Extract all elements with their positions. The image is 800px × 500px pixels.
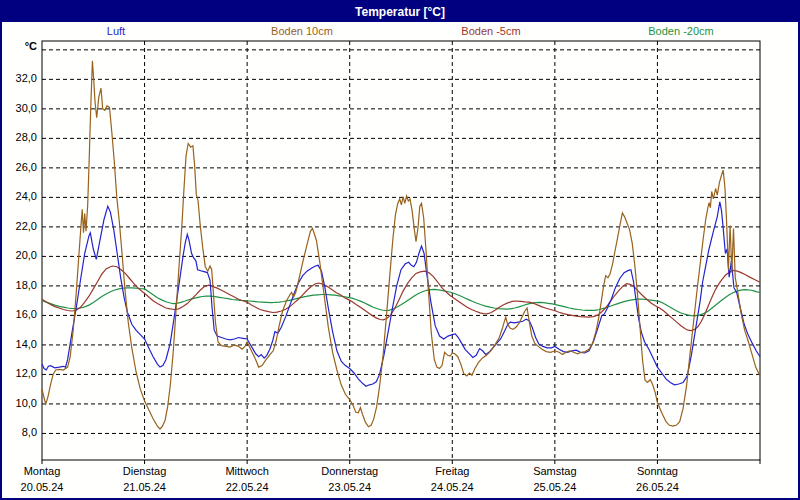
y-tick-label: 14,0	[0, 338, 37, 350]
legend-item-boden-5cm: Boden -5cm	[461, 25, 520, 37]
temperature-line-chart	[0, 0, 800, 500]
x-day-label: Mittwoch	[225, 465, 268, 477]
legend-item-boden-10cm: Boden 10cm	[271, 25, 333, 37]
y-tick-label: 30,0	[0, 102, 37, 114]
legend-item-boden-20cm: Boden -20cm	[648, 25, 713, 37]
x-day-label: Dienstag	[123, 465, 166, 477]
y-tick-label: 12,0	[0, 367, 37, 379]
x-date-label: 26.05.24	[636, 481, 679, 493]
x-day-label: Donnerstag	[321, 465, 378, 477]
x-date-label: 20.05.24	[21, 481, 64, 493]
x-date-label: 21.05.24	[123, 481, 166, 493]
x-date-label: 23.05.24	[328, 481, 371, 493]
y-tick-label: 18,0	[0, 279, 37, 291]
series-line-boden-20cm	[42, 288, 760, 316]
y-tick-label: 22,0	[0, 220, 37, 232]
y-tick-label: 10,0	[0, 397, 37, 409]
x-day-label: Freitag	[435, 465, 469, 477]
x-date-label: 24.05.24	[431, 481, 474, 493]
x-day-label: Montag	[24, 465, 61, 477]
y-tick-label: 20,0	[0, 249, 37, 261]
page-title: Temperatur [°C]	[355, 5, 445, 19]
y-axis-unit-label: °C	[0, 40, 37, 52]
weather-chart-window: Temperatur [°C] Luft Boden 10cm Boden -5…	[0, 0, 800, 500]
y-tick-label: 16,0	[0, 308, 37, 320]
series-line-luft	[42, 202, 760, 386]
x-day-label: Sonntag	[637, 465, 678, 477]
series-line-boden-5cm	[42, 266, 760, 331]
y-tick-label: 32,0	[0, 72, 37, 84]
title-bar: Temperatur [°C]	[2, 2, 798, 22]
x-day-label: Samstag	[533, 465, 576, 477]
plot-frame	[42, 41, 760, 460]
legend-item-luft: Luft	[107, 25, 125, 37]
x-date-label: 25.05.24	[533, 481, 576, 493]
series-line-boden-10cm	[42, 61, 760, 429]
y-tick-label: 28,0	[0, 131, 37, 143]
x-date-label: 22.05.24	[226, 481, 269, 493]
y-tick-label: 8,0	[0, 426, 37, 438]
y-tick-label: 24,0	[0, 190, 37, 202]
y-tick-label: 26,0	[0, 161, 37, 173]
